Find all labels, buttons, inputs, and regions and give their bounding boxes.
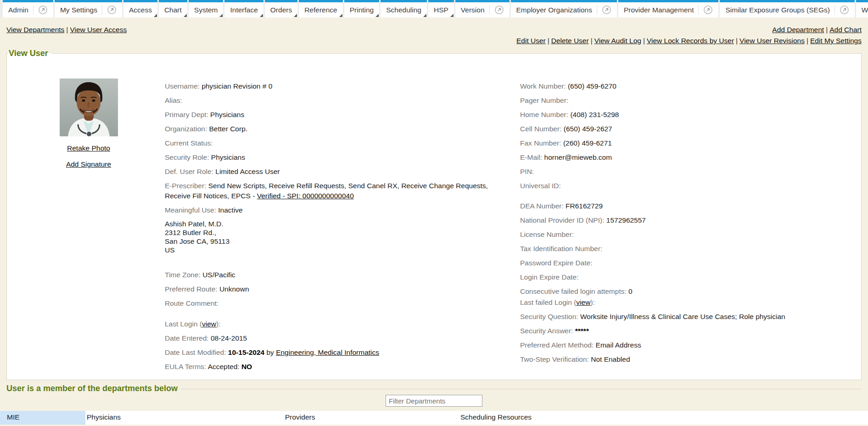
- field-value: FR6162729: [566, 202, 603, 210]
- field-value: Inactive: [218, 206, 242, 214]
- field-row: Preferred Route: Unknown: [165, 284, 523, 294]
- field-label: Date Last Modified:: [165, 348, 228, 356]
- external-link-icon[interactable]: [834, 5, 849, 15]
- view-user-revisions-link[interactable]: View User Revisions: [739, 37, 805, 45]
- view-audit-log-link[interactable]: View Audit Log: [594, 37, 641, 45]
- field-row: Def. User Role: Limited Access User: [165, 167, 523, 177]
- nav-tab-chart[interactable]: Chart: [159, 0, 187, 17]
- field-label: Organization:: [165, 125, 209, 133]
- nav-tab-label: Work Locations: [862, 6, 868, 14]
- dropdown-corner-icon: [219, 14, 223, 17]
- field-value: Limited Access User: [215, 168, 280, 175]
- field-value: Better Corp.: [209, 125, 248, 133]
- toolbar-row-2: Edit User|Delete User|View Audit Log|Vie…: [6, 36, 862, 45]
- nav-tab-admin[interactable]: Admin: [3, 0, 53, 17]
- departments-section-header: User is a member of the departments belo…: [6, 384, 862, 393]
- field-label: EULA Terms:: [165, 363, 208, 370]
- field-row: Date Last Modified: 10-15-2024 by Engine…: [165, 348, 523, 358]
- view-user-access-link[interactable]: View User Access: [70, 26, 127, 34]
- field-row: Universal ID:: [520, 181, 868, 191]
- departments-legend: User is a member of the departments belo…: [6, 384, 178, 393]
- nav-tab-label: Orders: [270, 6, 292, 14]
- field-row: Preferred Alert Method: Email Address: [520, 340, 868, 350]
- dropdown-corner-icon: [450, 14, 454, 17]
- field-row: National Provider ID (NPI): 1572962557: [520, 215, 868, 225]
- legend-rule: [181, 389, 862, 389]
- retake-photo-link[interactable]: Retake Photo: [58, 144, 119, 152]
- external-link-icon[interactable]: [33, 5, 48, 15]
- nav-tab-interface[interactable]: Interface: [224, 0, 263, 17]
- departments-row: MIEPhysiciansProvidersScheduling Resourc…: [0, 411, 868, 425]
- dropdown-corner-icon: [184, 14, 187, 17]
- field-label: Def. User Role:: [165, 168, 215, 175]
- external-link-icon[interactable]: [597, 5, 611, 15]
- nav-tab-label: Similar Exposure Groups (SEGs): [725, 6, 829, 14]
- user-photo-block: Retake Photo Add Signature: [58, 78, 119, 168]
- link-separator: |: [589, 37, 594, 45]
- field-label: E-Prescriber:: [165, 182, 208, 190]
- add-signature-link[interactable]: Add Signature: [58, 160, 119, 168]
- field-row: Password Expire Date:: [520, 258, 868, 268]
- nav-tab-my-settings[interactable]: My Settings: [55, 0, 122, 17]
- nav-tab-label: My Settings: [60, 6, 97, 14]
- address-line: San Jose CA, 95113: [165, 237, 230, 245]
- field-row: E-Mail: horner@mieweb.com: [520, 152, 868, 163]
- nav-tab-similar-exposure-groups-segs[interactable]: Similar Exposure Groups (SEGs): [720, 0, 854, 17]
- field-row: Alias:: [165, 95, 523, 106]
- field-label: Preferred Route:: [165, 285, 219, 293]
- delete-user-link[interactable]: Delete User: [551, 37, 589, 45]
- nav-tab-employer-organizations[interactable]: Employer Organizations: [511, 0, 617, 17]
- view-lock-records-by-user-link[interactable]: View Lock Records by User: [647, 37, 734, 45]
- engineering-medical-informatics-link[interactable]: Engineering, Medical Informatics: [276, 348, 379, 356]
- field-value: 08-24-2015: [211, 334, 247, 342]
- field-label: Security Role:: [165, 153, 211, 161]
- field-label: Universal ID:: [520, 182, 561, 190]
- top-nav-bar: AdminMy SettingsAccessChartSystemInterfa…: [0, 0, 868, 17]
- nav-tab-provider-management[interactable]: Provider Management: [618, 0, 719, 17]
- view-departments-link[interactable]: View Departments: [6, 26, 64, 34]
- nav-tab-access[interactable]: Access: [123, 0, 157, 17]
- edit-user-link[interactable]: Edit User: [516, 37, 546, 45]
- nav-tab-printing[interactable]: Printing: [344, 0, 380, 17]
- add-department-link[interactable]: Add Department: [772, 26, 824, 34]
- external-link-icon[interactable]: [102, 5, 117, 15]
- dropdown-corner-icon: [154, 14, 157, 17]
- dept-cell-providers[interactable]: Providers: [284, 411, 459, 425]
- nav-tab-orders[interactable]: Orders: [265, 0, 297, 17]
- external-link-icon[interactable]: [489, 5, 504, 15]
- edit-my-settings-link[interactable]: Edit My Settings: [810, 37, 862, 45]
- view-user-panel: View User: [6, 49, 862, 380]
- dept-cell-scheduling-resources[interactable]: Scheduling Resources: [459, 411, 868, 425]
- verified-spi-0000000000040-link[interactable]: Verified - SPI: 0000000000040: [257, 192, 354, 200]
- external-link-icon[interactable]: [698, 5, 713, 15]
- field-value: by: [264, 348, 276, 356]
- nav-tab-scheduling[interactable]: Scheduling: [381, 0, 427, 17]
- nav-tab-reference[interactable]: Reference: [299, 0, 343, 17]
- filter-departments-input[interactable]: [386, 395, 482, 407]
- field-label: Cell Number:: [520, 125, 564, 133]
- field-label: Work Number:: [520, 82, 568, 90]
- field-row: Tax Identification Number:: [520, 244, 868, 254]
- view-link[interactable]: view: [202, 320, 216, 328]
- field-row: Date Entered: 08-24-2015: [165, 333, 523, 343]
- address-line: 2312 Butler Rd.,: [165, 229, 216, 236]
- view-link[interactable]: view: [576, 298, 590, 306]
- nav-tab-work-locations[interactable]: Work Locations: [856, 0, 868, 17]
- field-value: Receive Fill Notices, EPCS -: [165, 192, 257, 200]
- field-label: License Number:: [520, 230, 574, 238]
- nav-tab-system[interactable]: System: [189, 0, 224, 17]
- nav-tab-label: Access: [129, 6, 152, 14]
- dept-cell-physicians[interactable]: Physicians: [85, 411, 284, 425]
- field-label: Alias:: [165, 96, 182, 104]
- address-block: Ashish Patel, M.D.2312 Butler Rd.,San Jo…: [165, 219, 523, 254]
- link-separator: |: [641, 37, 647, 45]
- link-separator: |: [734, 37, 739, 45]
- nav-tab-hsp[interactable]: HSP: [428, 0, 454, 17]
- field-label: Two-Step Verification:: [520, 355, 591, 363]
- add-chart-link[interactable]: Add Chart: [829, 26, 862, 34]
- field-row: Current Status:: [165, 138, 523, 148]
- field-value: 1572962557: [606, 216, 646, 224]
- nav-tab-version[interactable]: Version: [455, 0, 510, 17]
- dept-cell-mie[interactable]: MIE: [0, 411, 85, 425]
- dropdown-corner-icon: [294, 14, 297, 17]
